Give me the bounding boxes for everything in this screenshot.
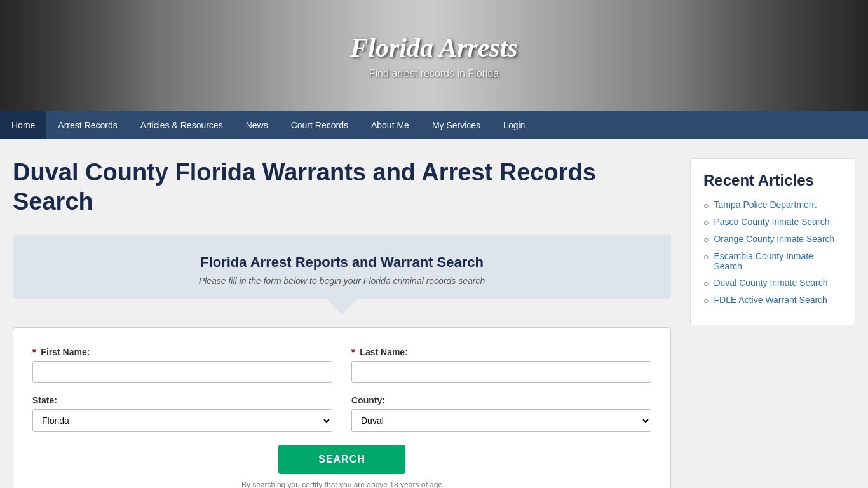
nav-my-services[interactable]: My Services [421,111,492,139]
list-item: Orange County Inmate Search [703,234,842,245]
recent-articles-list: Tampa Police Department Pasco County Inm… [703,200,842,306]
sidebar: Recent Articles Tampa Police Department … [690,158,855,488]
name-row: * First Name: * Last Name: [32,347,651,383]
list-item: Duval County Inmate Search [703,278,842,288]
search-button[interactable]: SEARCH [278,445,405,474]
nav-arrest-records[interactable]: Arrest Records [46,111,128,139]
nav-about-me[interactable]: About Me [360,111,421,139]
last-name-label: * Last Name: [351,347,651,357]
article-link-fdle[interactable]: FDLE Active Warrant Search [714,295,827,305]
state-select[interactable]: Florida Alabama Georgia [32,409,332,432]
page-title: Duval County Florida Warrants and Arrest… [13,158,671,216]
first-name-input[interactable] [32,361,332,383]
article-link-tampa[interactable]: Tampa Police Department [714,200,816,210]
first-name-label: * First Name: [32,347,332,357]
recent-articles-section: Recent Articles Tampa Police Department … [690,158,855,325]
content-area: Duval County Florida Warrants and Arrest… [13,158,671,488]
article-link-escambia[interactable]: Escambia County Inmate Search [714,251,842,271]
main-wrapper: Duval County Florida Warrants and Arrest… [0,139,868,488]
last-name-required: * [351,347,355,357]
list-item: Escambia County Inmate Search [703,251,842,271]
nav-court-records[interactable]: Court Records [280,111,360,139]
main-nav: Home Arrest Records Articles & Resources… [0,111,868,139]
nav-home[interactable]: Home [0,111,46,139]
list-item: Tampa Police Department [703,200,842,210]
first-name-required: * [32,347,36,357]
county-select[interactable]: Duval Orange Miami-Dade Broward Pasco Es… [351,409,651,432]
article-link-pasco[interactable]: Pasco County Inmate Search [714,217,829,227]
site-header: Florida Arrests Find arrest records in F… [0,0,868,111]
article-link-duval[interactable]: Duval County Inmate Search [714,278,827,288]
county-group: County: Duval Orange Miami-Dade Broward … [351,395,651,432]
search-card-title: Florida Arrest Reports and Warrant Searc… [38,254,646,271]
article-link-orange[interactable]: Orange County Inmate Search [714,234,834,244]
site-subtitle: Find arrest records in Florida [369,68,499,79]
first-name-group: * First Name: [32,347,332,383]
state-label: State: [32,395,332,405]
county-label: County: [351,395,651,405]
sidebar-title: Recent Articles [703,172,842,189]
state-group: State: Florida Alabama Georgia [32,395,332,432]
card-arrow [326,299,358,315]
last-name-group: * Last Name: [351,347,651,383]
list-item: FDLE Active Warrant Search [703,295,842,306]
form-disclaimer: By searching you certify that you are ab… [32,480,651,488]
site-title: Florida Arrests [350,32,517,63]
search-intro-card: Florida Arrest Reports and Warrant Searc… [13,235,671,299]
location-row: State: Florida Alabama Georgia County: D… [32,395,651,432]
nav-login[interactable]: Login [492,111,536,139]
last-name-input[interactable] [351,361,651,383]
nav-news[interactable]: News [234,111,280,139]
nav-articles-resources[interactable]: Articles & Resources [129,111,234,139]
search-card-subtitle: Please fill in the form below to begin y… [38,276,646,286]
search-form: * First Name: * Last Name: State: [13,327,671,488]
list-item: Pasco County Inmate Search [703,217,842,227]
